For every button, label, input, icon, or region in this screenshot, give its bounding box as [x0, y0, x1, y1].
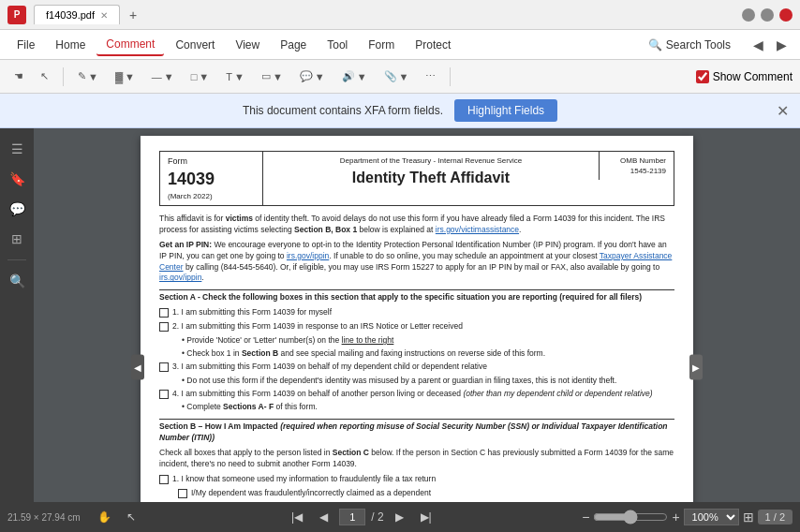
menu-form[interactable]: Form — [359, 35, 404, 55]
form-date: (March 2022) — [168, 191, 255, 201]
page-input[interactable] — [339, 509, 365, 525]
victim-assistance-link[interactable]: irs.gov/victimassistance — [436, 225, 519, 234]
close-button[interactable] — [779, 8, 793, 22]
hand-tool-button[interactable]: ☚ — [7, 66, 30, 86]
left-handle[interactable]: ◀ — [131, 355, 144, 380]
form-number-big: 14039 — [168, 168, 255, 191]
zoom-slider[interactable] — [593, 510, 668, 525]
menu-page[interactable]: Page — [271, 35, 316, 55]
section-b-item-1-text: 1. I know that someone used my informati… — [172, 474, 436, 485]
section-a-item-3-text: 3. I am submitting this Form 14039 on be… — [172, 362, 487, 373]
section-a-item-4-checkbox[interactable] — [159, 390, 169, 399]
form-agency: Department of the Treasury - Internal Re… — [271, 155, 591, 166]
tac-link[interactable]: Taxpayer Assistance Center — [159, 251, 672, 272]
panel-icon-search[interactable]: 🔍 — [4, 268, 30, 294]
cursor-icon: ↖ — [40, 70, 49, 82]
menu-home[interactable]: Home — [46, 35, 95, 55]
tab-close-icon[interactable]: ✕ — [100, 10, 108, 21]
menu-comment[interactable]: Comment — [96, 34, 164, 56]
cursor-bottom-button[interactable]: ↖ — [121, 508, 141, 526]
shape-button[interactable]: □▼ — [185, 67, 216, 86]
minimize-button[interactable] — [742, 8, 755, 22]
panel-icon-comment[interactable]: 💬 — [4, 196, 30, 222]
menu-convert[interactable]: Convert — [166, 35, 224, 55]
sub-item-1a-checkbox[interactable] — [178, 489, 187, 498]
zoom-in-button[interactable]: + — [672, 510, 679, 525]
shape-icon: □ — [191, 71, 198, 82]
audio-button[interactable]: 🔊▼ — [335, 66, 374, 86]
show-comment-label: Show Comment — [713, 70, 793, 83]
document-area: Form 14039 (March 2022) Department of th… — [34, 128, 800, 502]
maximize-button[interactable] — [761, 8, 774, 22]
line-button[interactable]: —▼ — [145, 67, 181, 86]
new-tab-button[interactable]: + — [122, 4, 144, 26]
hand-bottom-button[interactable]: ✋ — [92, 508, 117, 526]
bottom-bar: 21.59 × 27.94 cm ✋ ↖ |◀ ◀ / 2 ▶ ▶| − + 1… — [0, 502, 800, 532]
panel-icon-pages[interactable]: ⊞ — [4, 226, 30, 252]
next-page-button[interactable]: ▶ — [390, 508, 409, 526]
annotate-button[interactable]: ✎▼ — [71, 66, 105, 86]
form-title: Identity Theft Affidavit — [271, 168, 591, 188]
menu-protect[interactable]: Protect — [406, 35, 460, 55]
section-a-item-2-checkbox[interactable] — [159, 322, 169, 332]
last-page-button[interactable]: ▶| — [415, 508, 437, 526]
menu-view[interactable]: View — [226, 35, 269, 55]
attach-button[interactable]: 📎▼ — [378, 66, 416, 86]
bullet-3a: Do not use this form if the dependent's … — [182, 376, 674, 387]
ippin-link-2[interactable]: irs.gov/ippin — [159, 273, 201, 282]
zoom-select[interactable]: 100% 75% 50% 150% 200% — [684, 509, 739, 525]
omb-label: OMB Number — [607, 155, 666, 166]
ippin-link-1[interactable]: irs.gov/ippin — [287, 251, 329, 260]
back-button[interactable]: ◀ — [748, 34, 769, 56]
pdf-tab[interactable]: f14039.pdf ✕ — [34, 5, 120, 24]
bullet-2b: Check box 1 in Section B and see special… — [182, 348, 674, 360]
search-tools-button[interactable]: 🔍 Search Tools — [639, 35, 740, 55]
section-a-item-1-checkbox[interactable] — [159, 308, 169, 318]
prev-page-button[interactable]: ◀ — [314, 508, 333, 526]
section-b-item-1-checkbox[interactable] — [159, 475, 169, 484]
omb-box: OMB Number 1545-2139 — [599, 152, 674, 180]
audio-icon: 🔊 — [342, 70, 355, 82]
attach-icon: 📎 — [384, 70, 397, 82]
nav-buttons: ◀ ▶ — [748, 34, 793, 56]
right-handle[interactable]: ▶ — [689, 355, 703, 380]
text-button[interactable]: T▼ — [219, 67, 251, 86]
dropdown-icon: ▼ — [88, 71, 98, 82]
sub-item-1a-text: I/My dependent was fraudulently/incorrec… — [191, 488, 431, 499]
show-comment-checkbox[interactable] — [696, 70, 709, 83]
left-panel: ☰ 🔖 💬 ⊞ 🔍 — [0, 128, 34, 502]
section-b-header: Section B – How I Am Impacted (required … — [159, 419, 674, 444]
note-button[interactable]: 💬▼ — [293, 66, 332, 86]
menu-bar: File Home Comment Convert View Page Tool… — [0, 30, 800, 60]
section-a-item-2-row: 2. I am submitting this Form 14039 in re… — [159, 321, 674, 332]
title-bar-left: P f14039.pdf ✕ + — [7, 4, 734, 26]
fit-button[interactable]: ⊞ — [743, 510, 754, 525]
forward-button[interactable]: ▶ — [771, 34, 793, 56]
select-tool-button[interactable]: ↖ — [34, 66, 55, 86]
page-badge: 1 / 2 — [758, 510, 793, 525]
more-button[interactable]: ⋯ — [419, 66, 442, 86]
note-icon: 💬 — [300, 70, 313, 82]
menu-tool[interactable]: Tool — [318, 35, 357, 55]
section-a-item-4-row: 4. I am submitting this Form 14039 on be… — [159, 389, 674, 400]
pdf-page: Form 14039 (March 2022) Department of th… — [141, 136, 693, 502]
highlight-fields-button[interactable]: Highlight Fields — [454, 99, 557, 122]
box-button[interactable]: ▭▼ — [255, 66, 289, 86]
section-b-intro: Check all boxes that apply to the person… — [159, 448, 674, 470]
first-page-button[interactable]: |◀ — [286, 508, 308, 526]
panel-icon-bookmark[interactable]: 🔖 — [4, 166, 30, 192]
panel-icon-menu[interactable]: ☰ — [4, 136, 30, 162]
form-title-box: Department of the Treasury - Internal Re… — [263, 152, 599, 193]
xfa-close-button[interactable]: ✕ — [777, 102, 789, 120]
sub-item-1b-text: My SSN or ITIN was fraudulently used for… — [191, 501, 418, 502]
menu-file[interactable]: File — [7, 35, 44, 55]
box-icon: ▭ — [261, 70, 271, 82]
tab-title: f14039.pdf — [46, 9, 95, 21]
show-comment-area: Show Comment — [696, 70, 793, 83]
section-a-item-3-checkbox[interactable] — [159, 362, 169, 372]
document-body: This affidavit is for victims of identit… — [159, 214, 674, 502]
page-navigation: |◀ ◀ / 2 ▶ ▶| — [145, 508, 579, 526]
sub-item-1b-row: My SSN or ITIN was fraudulently used for… — [178, 501, 674, 502]
zoom-out-button[interactable]: − — [582, 510, 589, 525]
highlight-button[interactable]: ▓▼ — [109, 67, 141, 86]
